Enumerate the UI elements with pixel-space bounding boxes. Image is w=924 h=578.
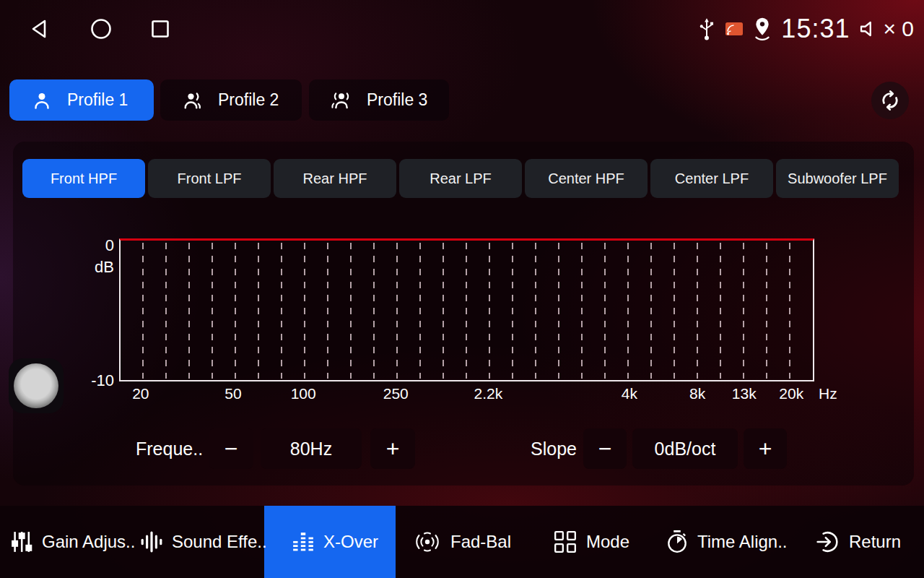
volume-indicator: × 0 bbox=[858, 17, 914, 41]
profile-1-button[interactable]: Profile 1 bbox=[9, 79, 154, 121]
user-voice-icon bbox=[182, 90, 204, 111]
chart-gridline bbox=[674, 243, 675, 379]
back-button[interactable] bbox=[24, 13, 56, 45]
tab-front-lpf[interactable]: Front LPF bbox=[148, 159, 271, 198]
tab-label: Rear LPF bbox=[430, 171, 492, 187]
nav-label: Fad-Bal bbox=[450, 532, 511, 552]
frequency-label: Freque.. bbox=[136, 428, 203, 469]
chart-gridline bbox=[419, 243, 421, 379]
time-align-icon bbox=[666, 530, 689, 554]
chart-gridline bbox=[581, 243, 583, 379]
chart-gridline bbox=[396, 243, 398, 379]
nav-time-align[interactable]: Time Align.. bbox=[666, 506, 788, 578]
tab-front-hpf[interactable]: Front HPF bbox=[22, 159, 145, 198]
tab-label: Subwoofer LPF bbox=[788, 171, 887, 187]
tab-label: Rear HPF bbox=[303, 171, 367, 187]
location-icon bbox=[752, 17, 772, 41]
y-axis-tick-minus10: -10 bbox=[84, 371, 114, 390]
home-icon bbox=[88, 16, 114, 42]
tab-label: Front LPF bbox=[178, 171, 242, 187]
user-voice-both-icon bbox=[331, 90, 352, 111]
refresh-button[interactable] bbox=[871, 82, 909, 119]
x-axis-tick-label: 20 bbox=[132, 385, 149, 402]
floating-knob-button[interactable] bbox=[9, 358, 64, 413]
nav-return[interactable]: Return bbox=[816, 506, 901, 578]
slope-label: Slope bbox=[531, 428, 577, 469]
chart-gridline bbox=[627, 243, 629, 379]
chart-gridline bbox=[789, 243, 790, 379]
frequency-minus-button[interactable]: − bbox=[209, 428, 253, 469]
refresh-icon bbox=[879, 90, 901, 111]
nav-mode[interactable]: Mode bbox=[553, 506, 629, 578]
recents-button[interactable] bbox=[144, 13, 176, 45]
frequency-response-chart bbox=[119, 238, 814, 381]
chart-gridline bbox=[258, 243, 259, 379]
frequency-value: 80Hz bbox=[261, 428, 362, 469]
tab-rear-hpf[interactable]: Rear HPF bbox=[274, 159, 396, 198]
chart-gridline bbox=[373, 243, 375, 379]
usb-icon bbox=[697, 17, 716, 41]
y-axis-tick-0: 0 bbox=[87, 236, 114, 255]
tab-center-hpf[interactable]: Center HPF bbox=[525, 159, 648, 198]
x-axis-tick-label: 13k bbox=[732, 385, 757, 402]
user-icon bbox=[31, 90, 53, 111]
clock-time: 15:31 bbox=[781, 14, 850, 44]
nav-sound-effects[interactable]: Sound Effe.. bbox=[140, 506, 267, 578]
x-axis-unit-hz: Hz bbox=[819, 385, 837, 402]
nav-label: Return bbox=[849, 532, 901, 552]
frequency-plus-button[interactable]: + bbox=[370, 428, 415, 469]
chart-gridline bbox=[720, 243, 721, 379]
nav-label: Mode bbox=[586, 532, 629, 552]
chart-gridline bbox=[350, 243, 352, 379]
chart-gridline bbox=[535, 243, 536, 379]
mode-icon bbox=[553, 530, 578, 554]
y-axis-unit-db: dB bbox=[82, 258, 114, 277]
xover-eq-icon bbox=[292, 530, 315, 553]
slope-plus-button[interactable]: + bbox=[744, 428, 787, 469]
profile-2-button[interactable]: Profile 2 bbox=[160, 79, 302, 121]
tab-subwoofer-lpf[interactable]: Subwoofer LPF bbox=[776, 159, 899, 198]
status-bar: 15:31 × 0 bbox=[697, 10, 914, 48]
chart-gridline bbox=[766, 243, 767, 379]
tab-rear-lpf[interactable]: Rear LPF bbox=[399, 159, 522, 198]
nav-xover[interactable]: X-Over bbox=[292, 506, 378, 578]
xover-screen: 15:31 × 0 Profile 1 Profile 2 Profile 3 bbox=[0, 0, 924, 578]
chart-gridline bbox=[327, 243, 328, 379]
x-axis-tick-label: 2.2k bbox=[474, 385, 502, 402]
profile-label: Profile 2 bbox=[218, 90, 279, 110]
nav-fad-bal[interactable]: Fad-Bal bbox=[413, 506, 511, 578]
home-button[interactable] bbox=[85, 13, 117, 45]
bottom-nav-bar: Gain Adjus.. Sound Effe.. bbox=[0, 506, 924, 578]
chart-gridline bbox=[188, 243, 190, 379]
x-axis-tick-label: 250 bbox=[383, 385, 409, 402]
volume-muted-icon bbox=[858, 18, 880, 40]
knob-circle bbox=[14, 363, 58, 408]
return-icon bbox=[816, 530, 840, 554]
chart-gridline bbox=[281, 243, 282, 379]
back-icon bbox=[27, 16, 53, 42]
nav-gain-adjust[interactable]: Gain Adjus.. bbox=[10, 506, 135, 578]
x-axis-tick-label: 4k bbox=[622, 385, 637, 402]
profile-label: Profile 3 bbox=[367, 90, 427, 110]
x-axis-tick-labels: 20501002502.2k4k8k13k20k bbox=[119, 385, 814, 404]
nav-label: Time Align.. bbox=[697, 532, 788, 552]
chart-gridline bbox=[604, 243, 606, 379]
slope-minus-button[interactable]: − bbox=[583, 428, 627, 469]
cast-icon bbox=[725, 21, 744, 37]
chart-gridline bbox=[650, 243, 652, 379]
chart-gridline bbox=[443, 243, 444, 379]
gain-adjust-icon bbox=[10, 530, 33, 553]
recents-icon bbox=[147, 16, 173, 42]
profile-label: Profile 1 bbox=[67, 90, 128, 110]
profile-3-button[interactable]: Profile 3 bbox=[309, 79, 449, 121]
volume-level: × 0 bbox=[883, 17, 914, 41]
tab-center-lpf[interactable]: Center LPF bbox=[650, 159, 773, 198]
chart-gridline bbox=[235, 243, 236, 379]
x-axis-tick-label: 20k bbox=[779, 385, 803, 402]
tab-label: Center HPF bbox=[548, 171, 624, 187]
x-axis-tick-label: 100 bbox=[291, 385, 316, 402]
fad-bal-icon bbox=[413, 530, 442, 553]
chart-gridline bbox=[512, 243, 513, 379]
chart-gridline bbox=[165, 243, 167, 379]
chart-gridline bbox=[142, 243, 144, 379]
